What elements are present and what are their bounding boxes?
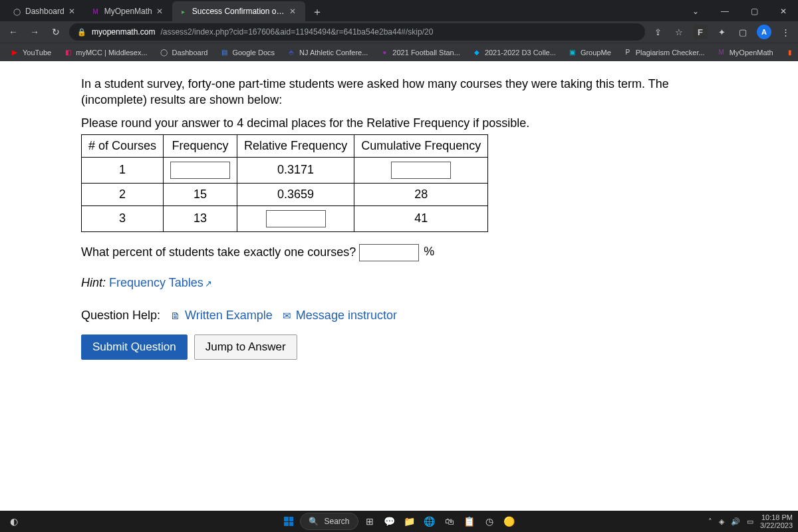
bookmark-plagiarism[interactable]: PPlagiarism Checker... — [618, 46, 710, 59]
system-clock[interactable]: 10:18 PM 3/22/2023 — [760, 513, 793, 529]
external-link-icon: ↗ — [205, 279, 212, 289]
back-button[interactable]: ← — [5, 24, 21, 40]
nj-icon: ⬘ — [287, 48, 296, 57]
close-icon[interactable]: ✕ — [68, 7, 78, 16]
bookmark-label: Dashboard — [172, 49, 208, 57]
reload-button[interactable]: ↻ — [48, 24, 64, 40]
help-label: Question Help: — [81, 309, 160, 322]
close-icon[interactable]: ✕ — [289, 7, 299, 16]
bookmark-d3colle[interactable]: ◆2021-2022 D3 Colle... — [467, 46, 561, 59]
forward-button[interactable]: → — [27, 24, 43, 40]
dashboard-icon: ◯ — [160, 48, 169, 57]
hint-link-text: Frequency Tables — [109, 276, 203, 289]
bookmark-dashboard[interactable]: ◯Dashboard — [155, 46, 213, 59]
cell-freq: 13 — [164, 205, 237, 231]
favicon-myopenmath: M — [91, 7, 100, 16]
clock-date: 3/22/2023 — [760, 521, 793, 529]
bookmark-gdocs[interactable]: ▤Google Docs — [215, 46, 279, 59]
hint-label: Hint: — [81, 276, 106, 289]
store-icon[interactable]: 🛍 — [441, 513, 458, 530]
favicon-success: ▸ — [179, 7, 188, 16]
bookmark-vitalsource[interactable]: ▮VitalSource Booksh... — [781, 46, 798, 59]
star-icon[interactable]: ☆ — [672, 25, 686, 39]
new-tab-button[interactable]: ＋ — [308, 3, 327, 21]
written-example-link[interactable]: 🗎 Written Example — [170, 309, 273, 322]
chrome-icon[interactable]: 🟡 — [501, 513, 518, 530]
hint-link[interactable]: Frequency Tables↗ — [109, 276, 212, 289]
tab-title: Success Confirmation of Questio — [192, 7, 285, 16]
frequency-table: # of Courses Frequency Relative Frequenc… — [81, 134, 488, 232]
edge-icon[interactable]: 🌐 — [421, 513, 438, 530]
cell-courses: 1 — [82, 157, 164, 183]
message-instructor-link[interactable]: ✉ Message instructor — [283, 309, 397, 322]
button-row: Submit Question Jump to Answer — [81, 334, 732, 360]
browser-tab-active[interactable]: ▸ Success Confirmation of Questio ✕ — [172, 1, 305, 21]
question-help-row: Question Help: 🗎 Written Example ✉ Messa… — [81, 309, 732, 323]
bookmark-football[interactable]: ●2021 Football Stan... — [375, 46, 465, 59]
search-icon: 🔍 — [309, 517, 319, 526]
url-path: /assess2/index.php?cid=167606&aid=119454… — [160, 27, 433, 37]
percent-sign: % — [424, 245, 434, 258]
bookmark-label: GroupMe — [581, 49, 611, 57]
chevron-down-icon[interactable]: ⌄ — [681, 1, 710, 21]
freq-input-row1[interactable] — [170, 162, 230, 179]
url-input[interactable]: 🔒 myopenmath.com/assess2/index.php?cid=1… — [69, 23, 645, 41]
clock-time: 10:18 PM — [760, 513, 793, 521]
lock-icon: 🔒 — [77, 28, 86, 37]
bookmark-mymcc[interactable]: ◧myMCC | Middlesex... — [59, 46, 152, 59]
bookmark-youtube[interactable]: ▶YouTube — [5, 46, 56, 59]
mom-icon: M — [717, 48, 726, 57]
tab-strip: ◯ Dashboard ✕ M MyOpenMath ✕ ▸ Success C… — [0, 0, 798, 21]
wifi-icon[interactable]: ◈ — [719, 517, 724, 526]
plagiarism-icon: P — [623, 48, 632, 57]
mail-icon: ✉ — [283, 310, 291, 321]
extensions-icon[interactable]: ✦ — [714, 25, 729, 39]
bookmark-label: Google Docs — [232, 49, 275, 57]
weather-widget[interactable]: ◐ — [5, 513, 23, 530]
bookmark-label: NJ Athletic Confere... — [299, 49, 368, 57]
close-icon[interactable]: ✕ — [156, 7, 166, 16]
volume-icon[interactable]: 🔊 — [731, 517, 740, 526]
jump-button[interactable]: Jump to Answer — [194, 334, 297, 360]
battery-icon[interactable]: ▭ — [747, 517, 753, 526]
start-button[interactable] — [280, 513, 297, 530]
cell-freq: 15 — [164, 183, 237, 205]
browser-tab-myopenmath[interactable]: M MyOpenMath ✕ — [84, 1, 172, 21]
chat-icon[interactable]: 💬 — [381, 513, 398, 530]
share-icon[interactable]: ⇪ — [650, 25, 665, 39]
bookmark-njathletic[interactable]: ⬘NJ Athletic Confere... — [282, 46, 372, 59]
cell-rel: 0.3171 — [237, 157, 354, 183]
cum-input-row1[interactable] — [391, 162, 451, 179]
menu-icon[interactable]: ⋮ — [778, 25, 793, 39]
bookmark-groupme[interactable]: ▣GroupMe — [563, 46, 616, 59]
message-instructor-text: Message instructor — [296, 309, 397, 322]
maximize-button[interactable]: ▢ — [739, 1, 769, 21]
app-icon-2[interactable]: ◷ — [481, 513, 498, 530]
taskbar-search[interactable]: 🔍 Search — [300, 513, 358, 530]
submit-button[interactable]: Submit Question — [81, 334, 188, 360]
browser-tab-dashboard[interactable]: ◯ Dashboard ✕ — [5, 1, 84, 21]
percent-input[interactable] — [359, 244, 419, 261]
col-relative: Relative Frequency — [237, 134, 354, 157]
tab-title: MyOpenMath — [104, 7, 152, 16]
bookmark-label: 2021-2022 D3 Colle... — [485, 49, 556, 57]
question-prompt: In a student survey, forty-one part-time… — [81, 76, 732, 108]
profile-avatar[interactable]: A — [757, 25, 771, 39]
chevron-up-icon[interactable]: ˄ — [708, 517, 712, 526]
address-bar: ← → ↻ 🔒 myopenmath.com/assess2/index.php… — [0, 21, 798, 43]
bookmark-myopenmath[interactable]: MMyOpenMath — [712, 46, 778, 59]
cell-cum: 41 — [354, 205, 488, 231]
app-icon[interactable]: 📋 — [461, 513, 478, 530]
cell-rel — [237, 205, 354, 231]
close-window-button[interactable]: ✕ — [769, 1, 798, 21]
rel-input-row3[interactable] — [266, 210, 326, 227]
explorer-icon[interactable]: 📁 — [401, 513, 418, 530]
page-viewport: In a student survey, forty-one part-time… — [0, 61, 798, 511]
panel-icon[interactable]: ▢ — [735, 25, 750, 39]
youtube-icon: ▶ — [10, 48, 19, 57]
task-view-icon[interactable]: ⊞ — [361, 513, 378, 530]
groupme-icon: ▣ — [568, 48, 577, 57]
f-icon[interactable]: F — [693, 25, 708, 39]
tab-title: Dashboard — [25, 7, 65, 16]
minimize-button[interactable]: — — [710, 1, 739, 21]
